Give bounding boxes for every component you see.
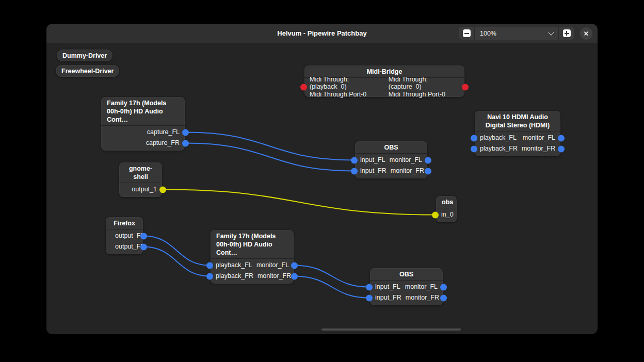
node-title: Firefox <box>106 217 143 229</box>
audio-port-dot[interactable] <box>206 273 213 279</box>
port-row: output_FR <box>106 241 143 252</box>
node-family-17h-bottom[interactable]: Family 17h (Models 00h-0fh) HD Audio Con… <box>211 230 294 284</box>
port-label: monitor_FL <box>523 134 555 141</box>
zoom-out-button[interactable] <box>459 27 474 40</box>
port-row: capture_FL <box>101 127 185 138</box>
desktop-background: Helvum - Pipewire Patchbay 100% <box>0 0 644 362</box>
node-ports: playback_FLmonitor_FLplayback_FRmonitor_… <box>211 259 294 284</box>
zoom-out-icon <box>463 29 471 37</box>
audio-port-dot[interactable] <box>206 262 213 269</box>
port: input_FR <box>375 294 401 302</box>
node-ports: playback_FLmonitor_FLplayback_FRmonitor_… <box>475 131 560 156</box>
node-freewheel-driver[interactable]: Freewheel-Driver <box>56 65 119 77</box>
audio-port-dot[interactable] <box>140 233 147 239</box>
node-title: OBS <box>370 268 443 281</box>
audio-port-dot[interactable] <box>140 243 147 250</box>
node-navi-10-hdmi[interactable]: Navi 10 HDMI Audio Digital Stereo (HDMI)… <box>475 111 560 156</box>
port-row: input_FRmonitor_FR <box>355 166 427 176</box>
port: monitor_FL <box>523 134 555 142</box>
audio-port-dot[interactable] <box>366 294 373 301</box>
audio-port-dot[interactable] <box>366 284 373 290</box>
audio-port-dot[interactable] <box>351 168 358 174</box>
port-row: Midi Through:(playback_0) Midi Through P… <box>304 79 464 95</box>
port-label: input_FL <box>360 156 385 163</box>
port: monitor_FL <box>405 283 438 291</box>
zoom-in-button[interactable] <box>559 27 574 40</box>
close-button[interactable] <box>580 27 592 40</box>
video-port-dot[interactable] <box>432 211 439 218</box>
port-label: monitor_FR <box>522 145 555 152</box>
port-label: monitor_FR <box>406 294 439 301</box>
port: playback_FL <box>216 261 252 269</box>
node-obs-top[interactable]: OBSinput_FLmonitor_FLinput_FRmonitor_FR <box>355 141 427 178</box>
node-ports: input_FLmonitor_FLinput_FRmonitor_FR <box>370 281 443 305</box>
patch-cable[interactable] <box>295 266 369 287</box>
audio-port-dot[interactable] <box>558 135 565 141</box>
node-ports: Midi Through:(playback_0) Midi Through P… <box>304 78 464 97</box>
node-dummy-driver[interactable]: Dummy-Driver <box>57 50 112 61</box>
audio-port-dot[interactable] <box>440 294 447 301</box>
zoom-controls-group: 100% <box>459 27 574 40</box>
audio-port-dot[interactable] <box>291 262 298 269</box>
port-label: Midi Through:(capture_0) Midi Through Po… <box>389 76 445 98</box>
zoom-level-dropdown[interactable]: 100% <box>475 27 558 40</box>
audio-port-dot[interactable] <box>471 145 477 152</box>
patch-cable[interactable] <box>186 133 355 160</box>
node-gnome-shell[interactable]: gnome-shelloutput_1 <box>119 162 162 197</box>
port: Midi Through:(capture_0) Midi Through Po… <box>389 76 459 98</box>
node-title: Family 17h (Models 00h-0fh) HD Audio Con… <box>211 230 294 259</box>
audio-port-dot[interactable] <box>351 157 358 163</box>
patch-cable[interactable] <box>144 247 210 276</box>
midi-port-dot[interactable] <box>300 84 307 90</box>
patch-cable[interactable] <box>295 276 369 298</box>
patch-cable[interactable] <box>144 236 210 266</box>
video-port-dot[interactable] <box>159 186 166 193</box>
node-firefox[interactable]: Firefoxoutput_FLoutput_FR <box>106 217 143 254</box>
titlebar[interactable]: Helvum - Pipewire Patchbay 100% <box>46 24 598 43</box>
port-label: playback_FR <box>216 272 253 279</box>
port-row: capture_FR <box>101 138 185 149</box>
port: playback_FR <box>216 272 253 280</box>
audio-port-dot[interactable] <box>182 140 189 146</box>
port-label: playback_FL <box>480 134 517 141</box>
port: playback_FL <box>480 134 517 142</box>
port-row: output_FL <box>106 231 143 241</box>
node-obs-bottom[interactable]: OBSinput_FLmonitor_FLinput_FRmonitor_FR <box>370 268 443 305</box>
port-label: input_FR <box>375 294 401 301</box>
audio-port-dot[interactable] <box>182 129 189 136</box>
audio-port-dot[interactable] <box>440 284 447 290</box>
audio-port-dot[interactable] <box>425 157 431 163</box>
port: input_FL <box>375 283 400 291</box>
node-family-17h-top[interactable]: Family 17h (Models 00h-0fh) HD Audio Con… <box>101 97 185 151</box>
audio-port-dot[interactable] <box>425 168 431 174</box>
port-label: output_FL <box>115 232 144 239</box>
patch-cable[interactable] <box>186 143 355 171</box>
port-label: input_FR <box>360 167 387 174</box>
audio-port-dot[interactable] <box>471 135 477 141</box>
patch-cable[interactable] <box>163 190 436 215</box>
node-ports: in_0 <box>436 208 457 222</box>
port-row: in_0 <box>436 209 457 220</box>
node-midi-bridge[interactable]: Midi-BridgeMidi Through:(playback_0) Mid… <box>304 65 464 97</box>
port: playback_FR <box>480 145 518 153</box>
patchbay-canvas[interactable]: Dummy-DriverFreewheel-DriverMidi-BridgeM… <box>46 43 598 334</box>
node-title: Dummy-Driver <box>57 50 112 61</box>
audio-port-dot[interactable] <box>558 145 565 152</box>
port-label: capture_FL <box>147 128 180 136</box>
chevron-down-icon <box>548 29 554 35</box>
helvum-window: Helvum - Pipewire Patchbay 100% <box>46 24 598 334</box>
node-obs-small[interactable]: obsin_0 <box>436 196 457 222</box>
node-ports: capture_FLcapture_FR <box>101 126 185 151</box>
horizontal-scrollbar[interactable] <box>321 328 461 331</box>
port-label: monitor_FL <box>405 283 438 290</box>
port: monitor_FR <box>522 145 555 153</box>
port: monitor_FL <box>390 156 422 164</box>
port-row: playback_FRmonitor_FR <box>211 271 294 282</box>
audio-port-dot[interactable] <box>291 273 298 279</box>
port: input_FR <box>360 167 387 175</box>
zoom-in-icon <box>563 29 571 37</box>
port-label: capture_FR <box>146 139 180 146</box>
port-label: in_0 <box>441 211 454 218</box>
midi-port-dot[interactable] <box>462 84 469 90</box>
port-label: monitor_FL <box>390 156 422 163</box>
